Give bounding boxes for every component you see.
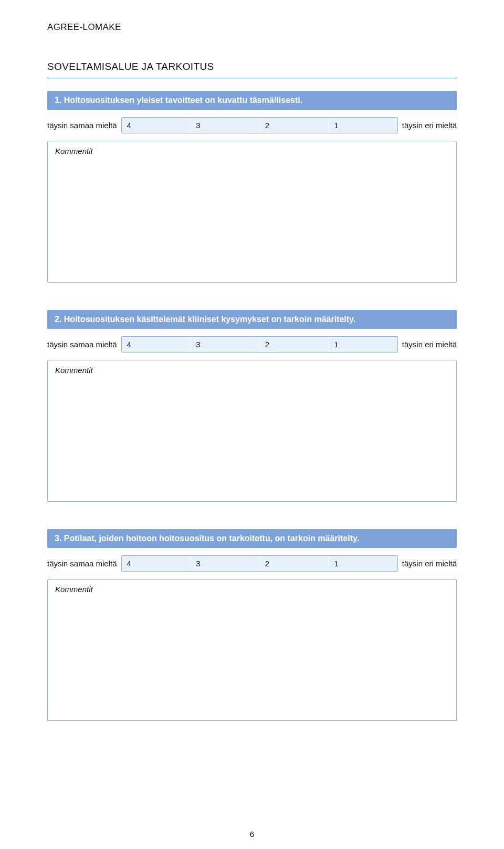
rating-label-left: täysin samaa mieltä [47,117,121,133]
rating-label-right: täysin eri mieltä [398,555,457,572]
rating-cells-3: 4 3 2 1 [121,555,398,572]
rating-option-2[interactable]: 2 [259,556,329,571]
comment-box-1[interactable]: Kommentit [47,141,457,283]
question-text: Hoitosuosituksen yleiset tavoitteet on k… [64,96,302,105]
page-number: 6 [0,830,504,838]
section-underline [47,78,457,78]
rating-option-2[interactable]: 2 [259,337,329,352]
rating-label-left: täysin samaa mieltä [47,555,121,572]
rating-row-3: täysin samaa mieltä 4 3 2 1 täysin eri m… [47,555,457,572]
question-bar-2: 2. Hoitosuosituksen käsittelemät kliinis… [47,310,457,329]
rating-option-3[interactable]: 3 [190,337,259,352]
comment-title: Kommentit [55,147,449,156]
rating-option-3[interactable]: 3 [190,118,259,133]
comment-box-2[interactable]: Kommentit [47,360,457,502]
rating-cells-2: 4 3 2 1 [121,336,398,353]
rating-option-4[interactable]: 4 [122,337,191,352]
question-text: Hoitosuosituksen käsittelemät kliiniset … [64,315,355,324]
question-bar-1: 1. Hoitosuosituksen yleiset tavoitteet o… [47,91,457,110]
rating-cells-1: 4 3 2 1 [121,117,398,133]
comment-title: Kommentit [55,585,449,594]
page: AGREE-LOMAKE SOVELTAMISALUE JA TARKOITUS… [0,0,504,849]
spacer [47,502,457,529]
comment-title: Kommentit [55,366,449,375]
rating-option-1[interactable]: 1 [328,118,397,133]
form-header: AGREE-LOMAKE [47,22,457,33]
question-number: 2. [55,315,61,324]
rating-row-1: täysin samaa mieltä 4 3 2 1 täysin eri m… [47,117,457,133]
rating-option-1[interactable]: 1 [328,556,397,571]
question-bar-3: 3. Potilaat, joiden hoitoon hoitosuositu… [47,529,457,548]
rating-row-2: täysin samaa mieltä 4 3 2 1 täysin eri m… [47,336,457,353]
question-number: 1. [55,96,61,105]
spacer [47,283,457,310]
section-title: SOVELTAMISALUE JA TARKOITUS [47,61,457,73]
question-number: 3. [55,534,61,543]
question-text: Potilaat, joiden hoitoon hoitosuositus o… [64,534,359,543]
comment-box-3[interactable]: Kommentit [47,579,457,721]
rating-label-right: täysin eri mieltä [398,117,457,133]
rating-label-left: täysin samaa mieltä [47,336,121,353]
rating-option-1[interactable]: 1 [328,337,397,352]
rating-option-3[interactable]: 3 [190,556,259,571]
rating-option-2[interactable]: 2 [259,118,329,133]
rating-option-4[interactable]: 4 [122,556,191,571]
rating-label-right: täysin eri mieltä [398,336,457,353]
rating-option-4[interactable]: 4 [122,118,191,133]
